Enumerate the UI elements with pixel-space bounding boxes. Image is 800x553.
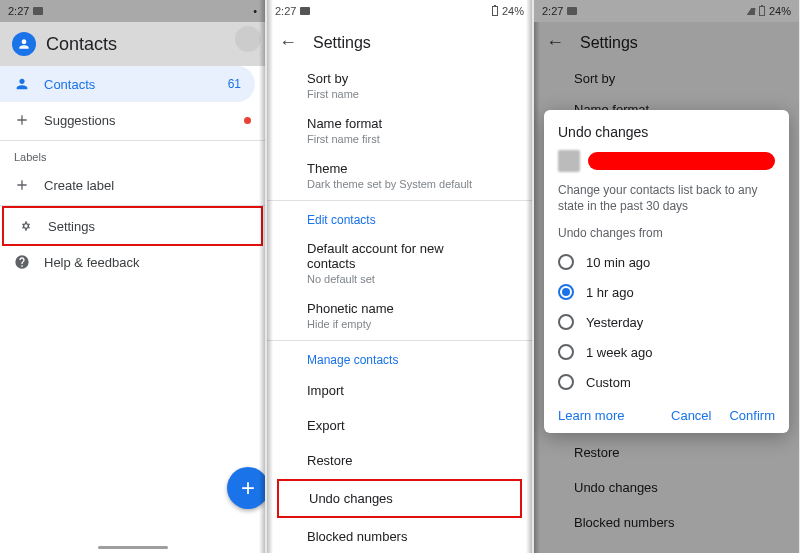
back-arrow-icon[interactable]: ← [279,32,297,53]
settings-header: ← Settings [267,22,532,63]
annotation-highlight: Undo changes [277,479,522,518]
status-time: 2:27 [275,5,296,17]
signal-icon [747,8,756,15]
contacts-app-icon [12,32,36,56]
suggestions-icon [14,112,30,128]
learn-more-link[interactable]: Learn more [558,408,624,423]
pref-summary: First name [307,88,492,100]
avatar[interactable] [235,26,261,52]
radio-option-10min[interactable]: 10 min ago [558,248,775,276]
pref-phonetic-name[interactable]: Phonetic name Hide if empty [267,293,532,338]
status-bar: 2:27 24% [534,0,799,22]
pref-summary: First name first [307,133,492,145]
account-row[interactable] [558,150,775,172]
pref-sort-by[interactable]: Sort by First name [267,63,532,108]
youtube-icon [33,7,43,15]
sidebar-item-settings[interactable]: Settings [4,208,261,244]
pref-name-format[interactable]: Name format First name first [267,108,532,153]
sidebar-item-label: Settings [48,219,95,234]
field-label: Undo changes from [558,226,775,240]
radio-label: Yesterday [586,315,643,330]
sidebar-item-label: Create label [44,178,114,193]
divider [0,140,265,141]
person-icon [14,76,30,92]
divider [267,200,532,201]
home-indicator[interactable] [632,546,702,549]
radio-label: 10 min ago [586,255,650,270]
status-bar: 2:27 • [0,0,265,22]
cancel-button[interactable]: Cancel [671,408,711,423]
sidebar-item-contacts[interactable]: Contacts 61 [0,66,255,102]
pref-blocked-numbers[interactable]: Blocked numbers [267,519,532,553]
group-header-edit-contacts: Edit contacts [267,203,532,233]
youtube-icon [300,7,310,15]
sidebar-item-help[interactable]: Help & feedback [0,244,265,280]
pref-title: Theme [307,161,492,176]
pref-import[interactable]: Import [267,373,532,408]
group-header-manage-contacts: Manage contacts [267,343,532,373]
radio-label: 1 hr ago [586,285,634,300]
nav-drawer: Contacts 61 Suggestions Labels Create la… [0,66,265,280]
dot-icon: • [253,5,257,17]
dialog-description: Change your contacts list back to any st… [558,182,775,214]
phone-settings: 2:27 24% ← Settings Sort by First name N… [267,0,532,553]
help-icon [14,254,30,270]
phone-undo-dialog: 2:27 24% ← Settings Sort by Name format … [534,0,799,553]
dialog-title: Undo changes [558,124,775,140]
contacts-count: 61 [228,77,241,91]
pref-summary: Dark theme set by System default [307,178,492,190]
confirm-button[interactable]: Confirm [729,408,775,423]
radio-label: Custom [586,375,631,390]
pref-summary: Hide if empty [307,318,492,330]
pref-summary: No default set [307,273,492,285]
radio-option-yesterday[interactable]: Yesterday [558,308,775,336]
dialog-actions: Learn more Cancel Confirm [558,408,775,423]
radio-label: 1 week ago [586,345,653,360]
status-time: 2:27 [8,5,29,17]
pref-title: Name format [307,116,492,131]
radio-option-1hr[interactable]: 1 hr ago [558,278,775,306]
radio-icon [558,344,574,360]
youtube-icon [567,7,577,15]
pref-export[interactable]: Export [267,408,532,443]
radio-icon [558,284,574,300]
radio-option-1week[interactable]: 1 week ago [558,338,775,366]
undo-changes-dialog: Undo changes Change your contacts list b… [544,110,789,433]
sidebar-item-label: Help & feedback [44,255,139,270]
sidebar-item-label: Suggestions [44,113,116,128]
radio-icon [558,254,574,270]
pref-title: Phonetic name [307,301,492,316]
pref-theme[interactable]: Theme Dark theme set by System default [267,153,532,198]
radio-icon [558,374,574,390]
status-battery: 24% [502,5,524,17]
phone-contacts-drawer: 2:27 • Contacts Contacts 61 Suggestions … [0,0,265,553]
sidebar-item-create-label[interactable]: Create label [0,167,265,203]
pref-restore[interactable]: Restore [267,443,532,478]
pref-title: Default account for new contacts [307,241,492,271]
radio-option-custom[interactable]: Custom [558,368,775,396]
annotation-highlight: Settings [2,206,263,246]
plus-icon [14,177,30,193]
redacted-account-name [588,152,775,170]
radio-icon [558,314,574,330]
battery-icon [492,6,498,16]
page-title: Settings [313,34,371,52]
home-indicator[interactable] [98,546,168,549]
undo-from-radio-group: 10 min ago 1 hr ago Yesterday 1 week ago… [558,248,775,396]
gear-icon [18,218,34,234]
divider [267,340,532,341]
notification-dot-icon [244,117,251,124]
app-header: Contacts [0,22,265,66]
pref-undo-changes[interactable]: Undo changes [279,481,520,516]
status-bar: 2:27 24% [267,0,532,22]
avatar [558,150,580,172]
pref-title: Sort by [307,71,492,86]
pref-default-account[interactable]: Default account for new contacts No defa… [267,233,532,293]
app-title: Contacts [46,34,117,55]
sidebar-item-suggestions[interactable]: Suggestions [0,102,265,138]
sidebar-item-label: Contacts [44,77,95,92]
battery-icon [759,6,765,16]
plus-icon: + [241,474,255,502]
labels-header: Labels [0,143,265,167]
